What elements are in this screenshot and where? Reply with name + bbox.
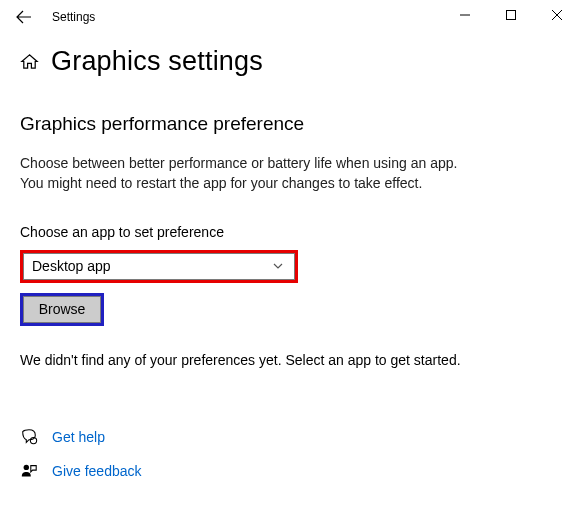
page-title: Graphics settings: [51, 46, 263, 77]
feedback-icon: [20, 462, 38, 480]
status-text: We didn't find any of your preferences y…: [20, 352, 560, 368]
window-title: Settings: [52, 10, 95, 24]
give-feedback-link[interactable]: Give feedback: [52, 463, 142, 479]
help-icon: [20, 428, 38, 446]
home-icon[interactable]: [20, 52, 39, 71]
minimize-button[interactable]: [442, 0, 488, 30]
back-button[interactable]: [14, 7, 34, 27]
app-type-dropdown-highlight: Desktop app: [20, 250, 298, 283]
section-title: Graphics performance preference: [20, 113, 560, 135]
browse-button-highlight: Browse: [20, 293, 104, 326]
maximize-icon: [506, 10, 516, 20]
maximize-button[interactable]: [488, 0, 534, 30]
app-type-dropdown[interactable]: Desktop app: [23, 253, 295, 280]
get-help-link[interactable]: Get help: [52, 429, 105, 445]
dropdown-value: Desktop app: [32, 258, 111, 274]
section-description: Choose between better performance or bat…: [20, 153, 560, 194]
svg-rect-1: [507, 11, 516, 20]
minimize-icon: [460, 10, 470, 20]
chevron-down-icon: [272, 260, 284, 272]
arrow-left-icon: [16, 9, 32, 25]
browse-button[interactable]: Browse: [23, 296, 101, 323]
close-button[interactable]: [534, 0, 580, 30]
svg-point-5: [24, 464, 29, 469]
dropdown-label: Choose an app to set preference: [20, 224, 560, 240]
close-icon: [552, 10, 562, 20]
